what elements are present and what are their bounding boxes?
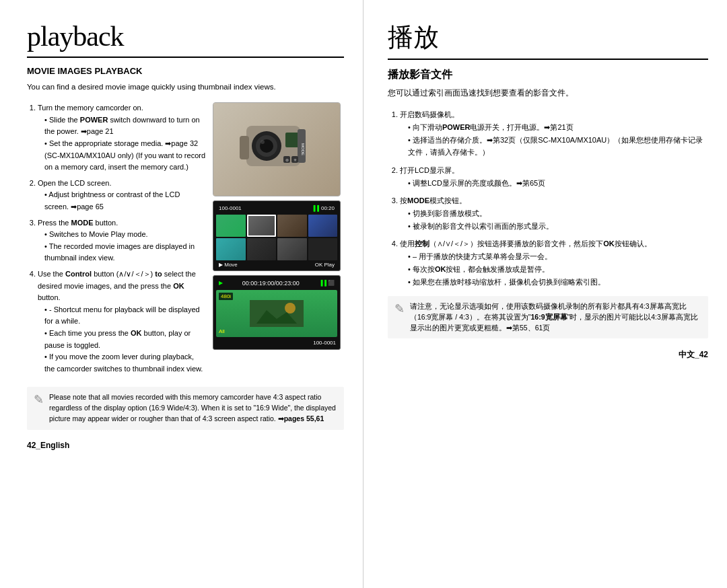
page-title-cn: 播放 — [388, 20, 708, 60]
page-title-en: playback — [27, 20, 344, 58]
svg-text:MODE: MODE — [301, 143, 305, 155]
svg-point-4 — [261, 140, 265, 144]
svg-text:⊛: ⊛ — [285, 158, 289, 162]
thumb-cell-7 — [277, 238, 307, 260]
pb-filename: 100-0001 — [313, 340, 336, 346]
footer-cn: 中文_42 — [679, 349, 708, 361]
svg-point-14 — [285, 303, 296, 314]
intro-text-en: You can find a desired movie image quick… — [27, 81, 344, 93]
section-title-cn: 播放影音文件 — [388, 68, 708, 82]
svg-rect-6 — [240, 136, 249, 159]
play-label: OK Play — [315, 262, 335, 268]
camera-images: MODE ⊛ ✳ 100-0001 ▐▐ — [213, 102, 344, 379]
video-frame — [250, 300, 304, 327]
thumbnail-grid: 100-0001 ▐▐ 00:20 — [213, 200, 341, 270]
thumb-folder-label: 100-0001 — [219, 205, 242, 211]
playback-box: ▶ 00:00:19:00/00:23:00 ▐▐ ⬛ 480i All — [213, 275, 341, 350]
thumb-cell-1 — [216, 215, 246, 237]
steps-list-en: Turn the memory camcorder on. Slide the … — [27, 102, 206, 379]
svg-text:✳: ✳ — [293, 158, 297, 162]
thumb-cell-2 — [247, 215, 277, 237]
thumb-cell-5 — [216, 238, 246, 260]
note-icon-cn: ✎ — [394, 301, 405, 333]
note-text-cn: 请注意，无论显示选项如何，使用该数码摄像机录制的所有影片都具有4:3屏幕高宽比（… — [410, 301, 701, 333]
move-label: ▶ Move — [219, 262, 238, 268]
footer-en: 42_English — [27, 441, 69, 450]
thumb-cell-4 — [308, 215, 338, 237]
pb-video: 480i All — [216, 290, 337, 337]
note-icon-en: ✎ — [34, 392, 44, 424]
note-box-en: ✎ Please note that all movies recorded w… — [27, 387, 344, 429]
thumb-cell-6 — [247, 238, 277, 260]
note-text-en: Please note that all movies recorded wit… — [49, 392, 337, 424]
pb-overlay: 480i — [219, 293, 233, 300]
section-title-en: MOVIE IMAGES PLAYBACK — [27, 66, 344, 76]
note-box-cn: ✎ 请注意，无论显示选项如何，使用该数码摄像机录制的所有影片都具有4:3屏幕高宽… — [388, 296, 708, 338]
camcorder-device-image: MODE ⊛ ✳ — [213, 102, 341, 196]
intro-text-cn: 您可以通过索引画面迅速找到想要查看的影音文件。 — [388, 87, 708, 99]
steps-list-cn: 开启数码摄像机。 向下滑动POWER电源开关，打开电源。➡第21页 选择适当的存… — [388, 108, 708, 288]
thumb-cell-3 — [277, 215, 307, 237]
thumb-time: 00:20 — [321, 205, 335, 211]
camcorder-svg: MODE ⊛ ✳ — [233, 112, 320, 186]
thumb-cell-8 — [308, 238, 338, 260]
pb-timecode: 00:00:19:00/00:23:00 — [242, 280, 300, 287]
pb-all-label: All — [219, 328, 225, 334]
